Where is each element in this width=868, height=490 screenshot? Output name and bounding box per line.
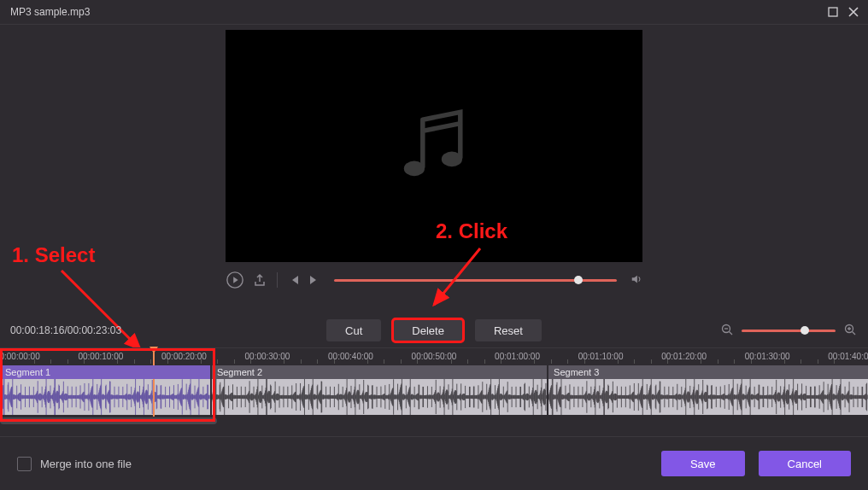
timeline-ruler[interactable]: 00:00:00:0000:00:10:0000:00:20:0000:00:3… <box>0 347 868 365</box>
cancel-button[interactable]: Cancel <box>759 451 851 476</box>
ruler-tick-label: 00:00:50:00 <box>412 352 457 361</box>
next-frame-button[interactable] <box>308 274 320 286</box>
prev-frame-button[interactable] <box>288 274 300 286</box>
preview-stage: 1. Select 2. Click <box>0 25 868 313</box>
segment-2-label: Segment 2 <box>212 365 547 379</box>
segment-3[interactable]: Segment 3 <box>548 365 868 415</box>
playback-progress-slider[interactable] <box>334 279 617 282</box>
segment-1-waveform <box>0 379 210 415</box>
ruler-tick-label: 00:01:30:00 <box>745 352 790 361</box>
timecode-display: 00:00:18:16/00:00:23:03 <box>10 324 121 336</box>
ruler-tick-label: 00:00:10:00 <box>78 352 123 361</box>
ruler-tick-label: 00:01:00:00 <box>495 352 540 361</box>
play-icon <box>226 271 244 289</box>
reset-button[interactable]: Reset <box>475 319 542 341</box>
ruler-tick-label: 00:00:40:00 <box>328 352 373 361</box>
segment-2-waveform <box>212 379 547 415</box>
svg-point-1 <box>404 161 425 177</box>
annotation-step1: 1. Select <box>12 243 95 267</box>
playhead[interactable] <box>153 348 155 418</box>
delete-button[interactable]: Delete <box>393 319 463 341</box>
window-title: MP3 sample.mp3 <box>7 6 820 18</box>
ruler-tick-label: 00:01:10:00 <box>578 352 624 361</box>
save-button[interactable]: Save <box>661 451 745 476</box>
svg-rect-0 <box>829 8 837 16</box>
export-icon <box>253 273 267 287</box>
volume-icon <box>630 273 642 285</box>
timeline-hscrollbar[interactable] <box>0 417 868 425</box>
zoom-out-icon <box>721 324 733 335</box>
ruler-tick-label: 00:01:40:00 <box>828 352 868 361</box>
cut-button[interactable]: Cut <box>326 319 381 341</box>
segment-1-label: Segment 1 <box>0 365 210 379</box>
preview-canvas <box>226 30 642 262</box>
next-icon <box>308 274 320 286</box>
titlebar: MP3 sample.mp3 <box>0 0 868 24</box>
maximize-button[interactable] <box>825 4 841 20</box>
zoom-slider[interactable] <box>742 330 836 332</box>
merge-checkbox[interactable] <box>17 457 32 471</box>
volume-button[interactable] <box>630 273 642 288</box>
export-button[interactable] <box>253 273 267 287</box>
close-button[interactable] <box>846 4 861 20</box>
ruler-tick-label: 00:00:20:00 <box>161 352 207 361</box>
close-icon <box>848 7 859 17</box>
play-button[interactable] <box>226 271 244 289</box>
segment-2[interactable]: Segment 2 <box>212 365 547 415</box>
zoom-out-button[interactable] <box>721 324 733 338</box>
player-controls <box>226 271 642 289</box>
ruler-tick-label: 00:01:20:00 <box>661 352 707 361</box>
maximize-icon <box>828 7 838 17</box>
prev-icon <box>288 274 300 286</box>
footer-bar: Merge into one file Save Cancel <box>0 436 868 490</box>
merge-checkbox-label: Merge into one file <box>40 458 132 470</box>
waveform-track[interactable]: Segment 1 Segment 2 Segment 3 <box>0 365 868 415</box>
zoom-in-icon <box>844 324 856 335</box>
segment-3-waveform <box>548 379 868 415</box>
svg-point-2 <box>442 152 462 167</box>
edit-toolbar: 00:00:18:16/00:00:23:03 Cut Delete Reset <box>0 313 868 347</box>
ruler-tick-label: 00:00:30:00 <box>245 352 290 361</box>
zoom-in-button[interactable] <box>844 324 856 338</box>
segment-3-label: Segment 3 <box>548 365 868 379</box>
timeline-hscrollbar-thumb[interactable] <box>0 417 217 424</box>
segment-1[interactable]: Segment 1 <box>0 365 210 415</box>
music-note-icon <box>387 99 481 193</box>
